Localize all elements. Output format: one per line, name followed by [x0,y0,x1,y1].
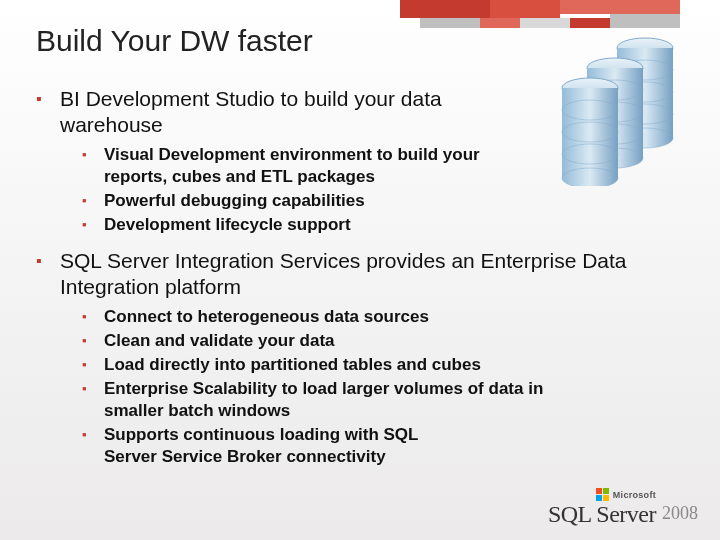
database-stack-icon [560,36,690,186]
list-item: ▪SQL Server Integration Services provide… [36,248,690,300]
sub-list-item-text: Connect to heterogeneous data sources [104,306,429,328]
sub-list: ▪Connect to heterogeneous data sources▪C… [82,306,690,468]
bullet-icon: ▪ [82,144,104,166]
sub-list-item: ▪Enterprise Scalability to load larger v… [82,378,690,422]
header-decoration [400,0,680,40]
list-item-text: BI Development Studio to build your data… [60,86,480,138]
microsoft-text: Microsoft [613,491,656,500]
svg-rect-13 [562,88,618,178]
sub-list-item-text: Visual Development environment to build … [104,144,534,188]
svg-rect-19 [603,488,609,494]
microsoft-flag-icon [596,488,610,502]
bullet-icon: ▪ [82,330,104,352]
bullet-icon: ▪ [82,424,104,446]
product-year: 2008 [662,503,698,524]
sub-list-item: ▪Clean and validate your data [82,330,690,352]
product-name: SQL Server [548,502,656,526]
sub-list-item: ▪Development lifecycle support [82,214,690,236]
footer-logo: Microsoft SQL Server 2008 [548,488,698,526]
sub-list-item: ▪Connect to heterogeneous data sources [82,306,690,328]
slide: Build Your DW faster ▪BI Development Stu… [0,0,720,540]
bullet-icon: ▪ [82,354,104,376]
sub-list-item-text: Powerful debugging capabilities [104,190,365,212]
bullet-icon: ▪ [82,306,104,328]
bullet-icon: ▪ [36,86,60,112]
sub-list-item-text: Load directly into partitioned tables an… [104,354,481,376]
sub-list-item: ▪Supports continuous loading with SQL Se… [82,424,690,468]
sub-list-item: ▪Load directly into partitioned tables a… [82,354,690,376]
sub-list-item-text: Development lifecycle support [104,214,351,236]
bullet-icon: ▪ [82,378,104,400]
sub-list-item-text: Supports continuous loading with SQL Ser… [104,424,464,468]
sub-list-item-text: Clean and validate your data [104,330,335,352]
bullet-icon: ▪ [82,190,104,212]
bullet-icon: ▪ [36,248,60,274]
slide-title: Build Your DW faster [36,24,313,58]
svg-point-14 [562,168,618,186]
sub-list-item-text: Enterprise Scalability to load larger vo… [104,378,544,422]
list-item-text: SQL Server Integration Services provides… [60,248,690,300]
bullet-icon: ▪ [82,214,104,236]
sub-list-item: ▪Powerful debugging capabilities [82,190,690,212]
svg-rect-18 [596,488,602,494]
